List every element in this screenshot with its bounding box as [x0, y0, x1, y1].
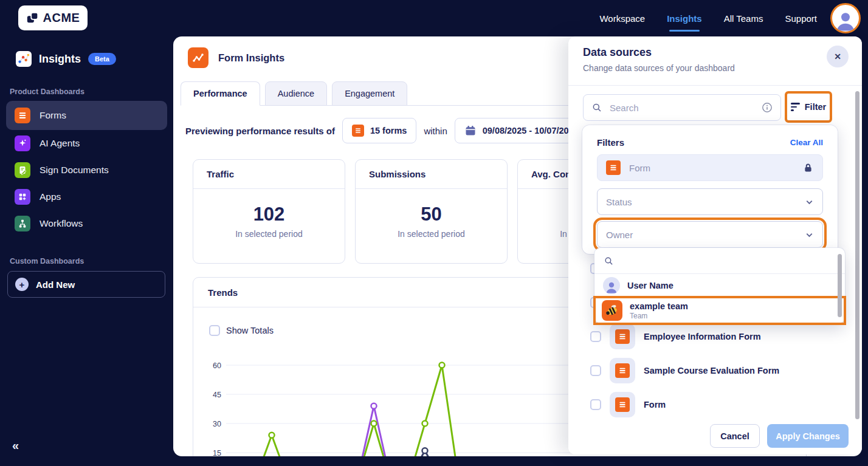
forms-icon	[15, 108, 30, 123]
form-list-label: Employee Information Form	[644, 332, 761, 341]
chevron-down-icon	[805, 197, 814, 207]
nav-link-workspace[interactable]: Workspace	[599, 13, 645, 24]
form-icon	[352, 125, 364, 137]
svg-text:45: 45	[213, 391, 221, 399]
stat-card-submissions: Submissions 50 In selected period	[355, 159, 508, 264]
collapse-sidebar-button[interactable]: «	[12, 439, 19, 453]
tab-performance[interactable]: Performance	[181, 81, 260, 106]
show-totals-toggle[interactable]: Show Totals	[209, 325, 274, 336]
form-checkbox[interactable]	[590, 399, 601, 410]
team-avatar-icon	[602, 300, 622, 321]
date-range-label: 09/08/2025 - 10/07/2025	[483, 126, 579, 135]
form-checkbox[interactable]	[590, 331, 601, 342]
form-checkbox[interactable]	[590, 365, 601, 376]
brand-name: ACME	[43, 11, 80, 25]
nav-link-all-teams[interactable]: All Teams	[724, 13, 763, 24]
panel-footer: Cancel Apply Changes	[568, 418, 862, 454]
owner-search[interactable]	[594, 248, 845, 274]
form-tile-icon	[610, 324, 635, 349]
sidebar-app-title: Insights	[39, 53, 81, 66]
owner-option-team[interactable]: example team Team	[594, 297, 845, 324]
info-icon[interactable]	[762, 102, 773, 113]
user-option-name: User Name	[627, 281, 673, 290]
apps-icon	[15, 189, 30, 205]
apply-changes-button[interactable]: Apply Changes	[767, 424, 849, 448]
search-icon	[604, 256, 614, 266]
filter-row-owner[interactable]: Owner	[597, 221, 823, 248]
sidebar-item-workflows[interactable]: Workflows	[6, 210, 167, 237]
form-tile-icon	[610, 392, 635, 417]
form-list-row[interactable]: Sample Course Evaluation Form	[568, 354, 850, 388]
stat-card-traffic: Traffic 102 In selected period	[193, 159, 345, 264]
data-sources-panel: Data sources Change data sources of your…	[568, 36, 862, 454]
nav-link-support[interactable]: Support	[785, 13, 817, 24]
panel-title: Data sources	[583, 46, 652, 59]
cancel-button[interactable]: Cancel	[710, 424, 760, 448]
sidebar-item-label: Workflows	[40, 218, 83, 229]
sidebar-item-label: AI Agents	[40, 138, 80, 149]
filter-button-label: Filter	[805, 102, 826, 112]
page-title: Form Insights	[218, 52, 284, 64]
owner-dropdown: User Name example team Team	[594, 248, 845, 323]
sidebar-item-apps[interactable]: Apps	[6, 183, 167, 210]
clear-all-link[interactable]: Clear All	[790, 138, 823, 147]
preview-row: Previewing performance results of 15 for…	[185, 118, 588, 143]
section-label-product-dashboards: Product Dashboards	[10, 87, 84, 96]
form-insights-icon	[188, 47, 208, 68]
tab-engagement[interactable]: Engagement	[332, 81, 407, 106]
person-icon	[834, 9, 857, 32]
sidebar-nav: Forms AI Agents Sign Documents Apps Work…	[0, 101, 173, 237]
sidebar-item-ai-agents[interactable]: AI Agents	[6, 130, 167, 157]
filter-row-label: Form	[629, 163, 650, 173]
preview-text: Previewing performance results of	[185, 126, 335, 136]
stat-card-value: 102	[193, 204, 345, 225]
stat-card-value: 50	[356, 204, 507, 225]
trends-chart: 15304560	[205, 357, 582, 456]
filter-row-status[interactable]: Status	[597, 188, 823, 215]
form-list-label: Sample Course Evaluation Form	[644, 366, 779, 375]
filter-row-form[interactable]: Form	[597, 154, 823, 181]
add-new-label: Add New	[36, 279, 75, 290]
owner-search-input[interactable]	[620, 255, 836, 266]
panel-subtitle: Change data sources of your dashboard	[583, 63, 735, 73]
show-totals-checkbox[interactable]	[209, 325, 220, 336]
team-option-name: example team	[630, 301, 688, 311]
filter-row-label: Owner	[606, 230, 633, 240]
stat-card-title: Submissions	[356, 160, 507, 189]
user-avatar[interactable]	[830, 3, 861, 33]
form-tile-icon	[610, 358, 635, 383]
data-sources-search[interactable]	[583, 94, 781, 121]
add-new-dashboard-button[interactable]: + Add New	[7, 271, 165, 298]
stat-card-title: Traffic	[193, 160, 345, 189]
filter-button[interactable]: Filter	[785, 91, 832, 123]
search-input[interactable]	[608, 102, 756, 114]
owner-option-user[interactable]: User Name	[594, 274, 845, 297]
top-nav-links: Workspace Insights All Teams Support	[599, 0, 817, 36]
beta-badge: Beta	[88, 53, 116, 65]
filter-icon	[791, 103, 800, 111]
filter-row-label: Status	[606, 197, 632, 207]
form-list-row[interactable]: Employee Information Form	[568, 320, 850, 354]
forms-selector-chip[interactable]: 15 forms	[342, 118, 416, 143]
brand-logo[interactable]: ACME	[18, 5, 88, 30]
sidebar-item-sign-documents[interactable]: Sign Documents	[6, 157, 167, 183]
forms-chip-label: 15 forms	[370, 126, 407, 135]
lock-icon	[802, 162, 814, 174]
nav-link-insights[interactable]: Insights	[667, 13, 702, 24]
stat-card-subtitle: In selected period	[356, 229, 507, 239]
tab-audience[interactable]: Audience	[265, 81, 327, 106]
search-icon	[591, 102, 602, 113]
svg-text:60: 60	[213, 361, 221, 370]
calendar-icon	[464, 125, 477, 137]
panel-divider	[568, 85, 862, 86]
workflows-icon	[15, 216, 30, 231]
sidebar-item-forms[interactable]: Forms	[6, 101, 167, 130]
svg-text:15: 15	[213, 449, 221, 457]
filters-popover: Filters Clear All Form Status Owner	[582, 125, 838, 254]
close-panel-button[interactable]: ✕	[827, 46, 849, 67]
panel-scrollbar[interactable]	[855, 91, 859, 419]
sidebar-item-label: Forms	[40, 110, 66, 121]
ai-agents-icon	[15, 135, 30, 151]
form-list-row[interactable]: Form	[568, 388, 850, 422]
dropdown-scrollbar[interactable]	[838, 254, 842, 317]
